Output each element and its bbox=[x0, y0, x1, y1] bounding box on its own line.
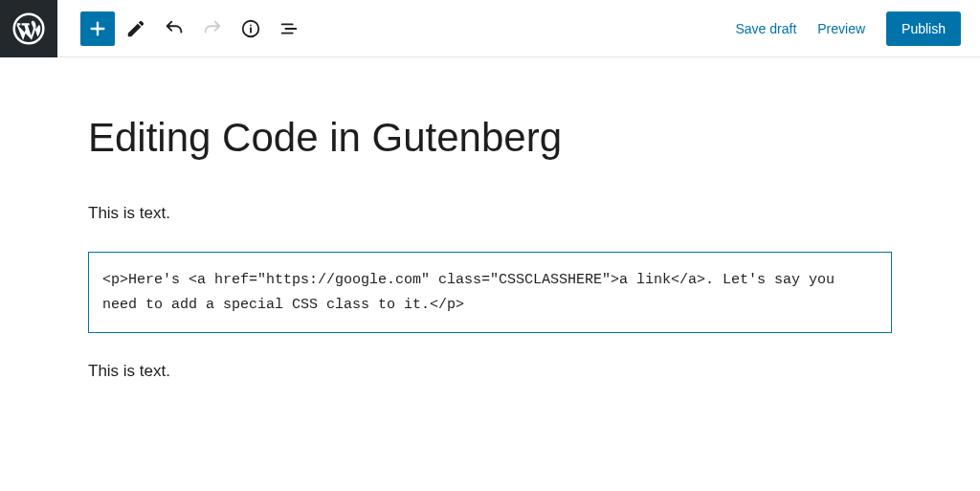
info-icon bbox=[240, 18, 261, 39]
toolbar-left-group bbox=[57, 11, 306, 46]
info-button[interactable] bbox=[234, 11, 268, 46]
pencil-icon bbox=[125, 18, 146, 39]
undo-icon bbox=[164, 18, 185, 39]
paragraph-block-2[interactable]: This is text. bbox=[88, 362, 892, 381]
wordpress-logo[interactable] bbox=[0, 0, 57, 57]
html-code-block[interactable]: <p>Here's <a href="https://google.com" c… bbox=[88, 252, 892, 333]
editor-toolbar: Save draft Preview Publish bbox=[0, 0, 980, 57]
edit-mode-button[interactable] bbox=[119, 11, 153, 46]
list-icon bbox=[278, 18, 300, 39]
toolbar-right-group: Save draft Preview Publish bbox=[735, 11, 980, 46]
wordpress-icon bbox=[12, 12, 45, 45]
outline-button[interactable] bbox=[272, 11, 306, 46]
preview-button[interactable]: Preview bbox=[817, 21, 865, 36]
publish-button[interactable]: Publish bbox=[886, 11, 961, 46]
redo-button[interactable] bbox=[195, 11, 230, 46]
add-block-button[interactable] bbox=[80, 11, 115, 46]
redo-icon bbox=[202, 18, 223, 39]
plus-icon bbox=[87, 18, 108, 39]
paragraph-block-1[interactable]: This is text. bbox=[88, 204, 892, 223]
editor-content-area: Editing Code in Gutenberg This is text. … bbox=[88, 57, 892, 381]
save-draft-button[interactable]: Save draft bbox=[735, 21, 796, 36]
undo-button[interactable] bbox=[157, 11, 191, 46]
page-title[interactable]: Editing Code in Gutenberg bbox=[88, 115, 892, 161]
